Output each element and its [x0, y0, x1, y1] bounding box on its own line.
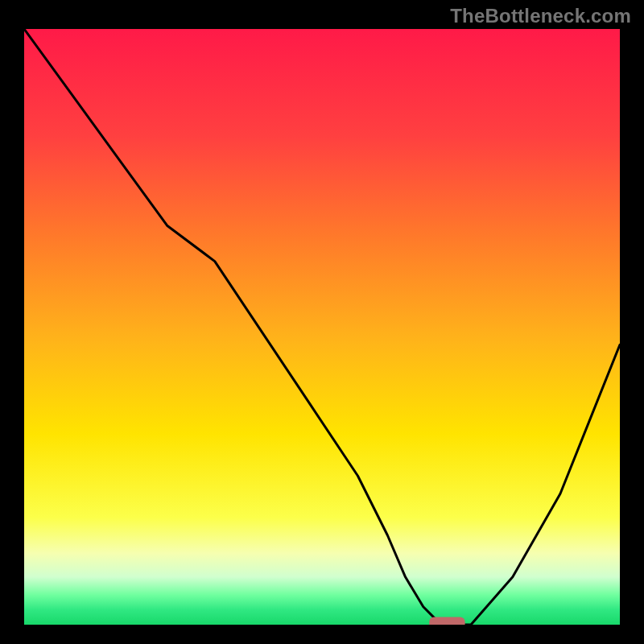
gradient-background [24, 29, 620, 625]
chart-container: TheBottleneck.com [0, 0, 644, 644]
plot-area [24, 29, 620, 625]
plot-svg [24, 29, 620, 625]
optimum-marker [429, 617, 464, 625]
watermark-text: TheBottleneck.com [450, 5, 631, 27]
